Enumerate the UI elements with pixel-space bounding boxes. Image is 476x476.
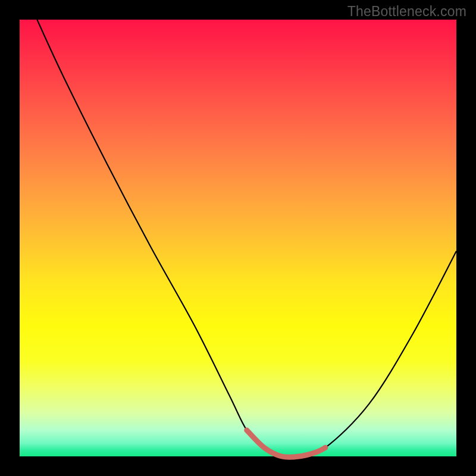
optimal-region-marker <box>247 430 325 457</box>
chart-stage: TheBottleneck.com <box>0 0 476 476</box>
plot-area <box>20 20 456 456</box>
chart-lines <box>20 20 456 456</box>
watermark-text: TheBottleneck.com <box>347 4 466 20</box>
bottleneck-curve <box>37 20 456 458</box>
